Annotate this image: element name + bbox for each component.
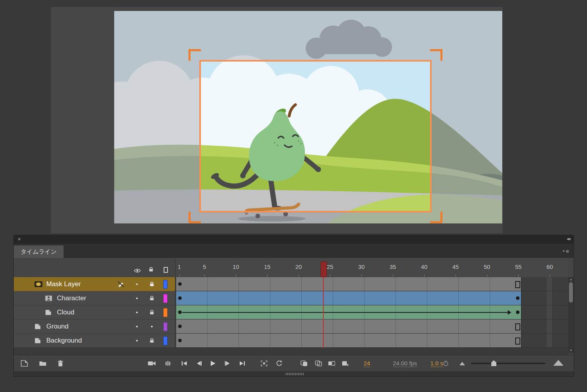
layer-row-background[interactable]: Background • — [14, 334, 568, 348]
current-frame-value[interactable]: 24 — [364, 360, 370, 367]
timeline-zoom-slider-track[interactable] — [471, 363, 545, 364]
keyframe-dot[interactable] — [178, 339, 182, 342]
keyframe-dot[interactable] — [178, 296, 182, 300]
layer-lock-icon[interactable] — [149, 338, 155, 343]
keyframe-dot[interactable] — [178, 310, 182, 314]
ruler-tick — [236, 274, 236, 276]
step-back-button[interactable] — [196, 361, 202, 366]
go-to-first-frame-button[interactable] — [181, 361, 188, 366]
timeline-panel: × ◀◀ タイムライン ▼≡ 151 — [14, 235, 574, 376]
onion-skin-outlines-button[interactable] — [315, 361, 322, 367]
scroll-down-arrow[interactable]: ▼ — [568, 348, 574, 353]
layer-lock-icon[interactable] — [149, 296, 155, 301]
end-frame-marker[interactable] — [515, 281, 520, 288]
timeline-zoom-slider-thumb[interactable] — [491, 360, 496, 366]
rows-empty-strip — [14, 348, 568, 355]
layer-unlocked-dot[interactable]: • — [149, 325, 155, 328]
layer-lock-icon[interactable] — [149, 281, 155, 287]
panel-title-strip: × ◀◀ — [14, 235, 574, 244]
layer-name[interactable]: Ground — [46, 323, 69, 330]
ruler-tick — [361, 274, 362, 276]
vertical-scrollbar[interactable]: ▲ ▼ — [568, 277, 574, 353]
layer-depth-button[interactable] — [165, 361, 171, 366]
collapse-to-icons-icon[interactable]: ◀◀ — [567, 237, 570, 241]
go-to-last-frame-button[interactable] — [239, 361, 245, 366]
ruler-frame-number: 30 — [358, 263, 365, 270]
ruler-tick — [518, 274, 519, 276]
layer-name[interactable]: Character — [57, 294, 86, 302]
timeline-toolbar: 24 24.00 fps 1.0 s — [14, 355, 574, 372]
show-hide-all-layers-icon[interactable] — [134, 267, 141, 274]
layer-frames-ground[interactable] — [175, 319, 569, 334]
keyframe-dot[interactable] — [178, 325, 182, 328]
frame-ruler[interactable]: 151015202530354045505560 — [175, 258, 569, 277]
ruler-tick — [204, 274, 205, 276]
layer-row-mask-layer[interactable]: Mask Layer • — [14, 277, 568, 291]
add-camera-button[interactable] — [148, 361, 156, 366]
layer-name[interactable]: Mask Layer — [46, 280, 81, 288]
layer-lock-icon[interactable] — [149, 310, 155, 315]
keyframe-dot[interactable] — [516, 310, 520, 314]
ruler-tick — [179, 274, 180, 276]
playhead-line[interactable] — [323, 277, 324, 348]
keyframe-dot[interactable] — [516, 296, 520, 300]
layer-visible-dot[interactable]: • — [134, 325, 140, 328]
outline-all-layers-icon[interactable] — [164, 267, 168, 273]
mask-layer-icon — [35, 281, 42, 287]
zoom-timeline-in-icon[interactable] — [553, 360, 563, 366]
center-frame-button[interactable] — [261, 361, 268, 367]
layer-frames-cloud[interactable] — [175, 305, 569, 319]
frame-rate-value[interactable]: 24.00 fps — [393, 360, 417, 367]
layer-row-ground[interactable]: Ground • • — [14, 319, 568, 334]
step-forward-button[interactable] — [224, 361, 231, 366]
layer-row-cloud[interactable]: Cloud • — [14, 305, 568, 319]
tween-arrowhead — [508, 310, 511, 315]
scroll-up-arrow[interactable]: ▲ — [568, 277, 574, 282]
layer-frames-background[interactable] — [175, 334, 569, 348]
ruler-tick — [550, 274, 550, 276]
layer-outline-swatch[interactable] — [163, 294, 168, 303]
layer-outline-swatch[interactable] — [163, 308, 168, 317]
onion-skin-button[interactable] — [301, 361, 308, 367]
tab-timeline[interactable]: タイムライン — [14, 245, 64, 258]
modify-markers-button[interactable] — [342, 361, 349, 367]
layer-outline-swatch[interactable] — [163, 336, 168, 345]
layer-visible-dot[interactable]: • — [134, 310, 140, 314]
end-frame-marker[interactable] — [515, 323, 520, 330]
layer-outline-swatch[interactable] — [163, 322, 168, 331]
edit-multiple-frames-button[interactable] — [328, 361, 335, 367]
ruler-tick — [267, 274, 268, 276]
scrollbar-thumb[interactable] — [569, 282, 573, 303]
horizontal-scrollbar-grip[interactable] — [286, 373, 304, 375]
end-frame-marker[interactable] — [515, 338, 520, 345]
playhead-handle[interactable] — [321, 261, 327, 277]
delete-layer-button[interactable] — [57, 360, 64, 367]
layer-frames-mask-layer[interactable] — [175, 277, 569, 291]
keyframe-dot[interactable] — [178, 282, 182, 286]
lock-unlock-all-layers-icon[interactable] — [149, 267, 153, 274]
stage-canvas[interactable] — [114, 11, 502, 223]
layer-name[interactable]: Background — [46, 337, 82, 345]
animate-app: × ◀◀ タイムライン ▼≡ 151 — [0, 0, 587, 392]
layer-frames-character[interactable] — [175, 291, 569, 305]
panel-menu-icon[interactable]: ▼≡ — [562, 248, 569, 255]
layer-name[interactable]: Cloud — [57, 309, 74, 316]
layer-visible-dot[interactable]: • — [134, 282, 140, 286]
elapsed-time-value[interactable]: 1.0 s — [430, 360, 443, 367]
ruler-frame-number: 1 — [178, 263, 181, 270]
layer-outline-swatch[interactable] — [163, 280, 168, 289]
layer-row-character[interactable]: Character • — [14, 291, 568, 305]
loop-playback-button[interactable] — [276, 361, 283, 367]
layer-visible-dot[interactable]: • — [134, 296, 140, 300]
ruler-frame-number: 10 — [233, 263, 239, 270]
new-folder-button[interactable] — [39, 361, 47, 366]
new-layer-button[interactable] — [21, 360, 28, 367]
tween-arrow-line — [182, 312, 509, 313]
zoom-timeline-out-icon[interactable] — [459, 362, 465, 365]
pencil-slash-icon — [117, 281, 125, 287]
ruler-frame-number: 50 — [484, 263, 490, 270]
close-panel-icon[interactable]: × — [18, 236, 21, 242]
ruler-tick — [393, 274, 393, 276]
layer-visible-dot[interactable]: • — [134, 339, 140, 343]
play-button[interactable] — [210, 361, 216, 367]
